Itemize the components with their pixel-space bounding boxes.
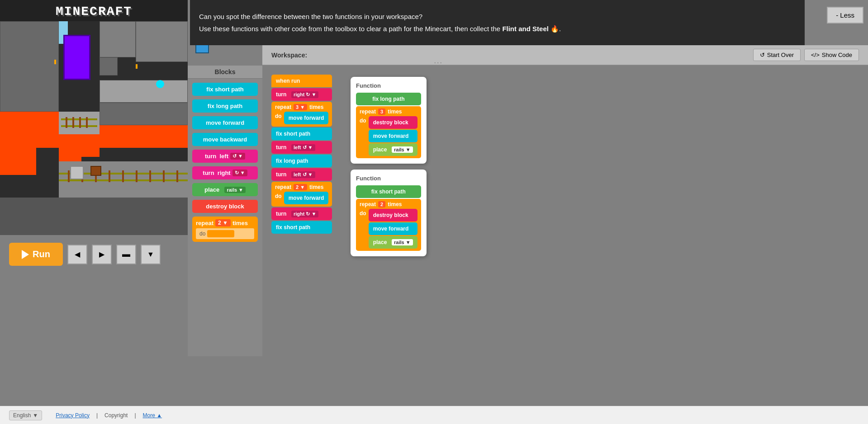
start-over-button[interactable]: ↺ Start Over — [753, 49, 801, 61]
controls-row: Run ◀ ▶ ▬ ▼ — [0, 237, 188, 271]
run-button[interactable]: Run — [9, 243, 63, 266]
game-canvas — [0, 21, 188, 211]
tool-turn-left[interactable]: turn left ↺ ▼ — [192, 150, 258, 163]
language-label: English — [13, 412, 31, 419]
function-long-place[interactable]: place rails ▼ — [369, 143, 417, 156]
tool-repeat-block[interactable]: repeat 2 ▼ times do — [192, 217, 258, 242]
code-area: when run turn right ↻ ▼ repeat 3 ▼ times… — [262, 70, 868, 332]
footer-copyright: Copyright — [104, 412, 128, 419]
turn-right-block-1[interactable]: turn right ↻ ▼ — [271, 88, 332, 101]
code-icon: </> — [811, 52, 820, 58]
run-label: Run — [33, 249, 50, 259]
function-short-label: Function — [356, 175, 421, 182]
workspace-dots: ··· — [434, 59, 443, 67]
toolbox: fix short path fix long path move forwar… — [188, 76, 262, 356]
tool-turn-right[interactable]: turn right ↻ ▼ — [192, 166, 258, 179]
play-icon — [22, 250, 29, 259]
workspace-header: Workspace: ↺ Start Over </> Show Code — [262, 45, 868, 65]
refresh-icon: ↺ — [760, 52, 765, 58]
function-short-path-box: Function fix short path repeat 2 times d… — [351, 170, 427, 256]
game-panel: MINECRAFT — [0, 0, 188, 235]
when-run-stack: when run turn right ↻ ▼ repeat 3 ▼ times… — [271, 75, 332, 234]
toolbox-header: Blocks — [188, 66, 262, 79]
less-button[interactable]: - Less — [827, 7, 863, 24]
when-run-block[interactable]: when run — [271, 75, 332, 87]
prev-button[interactable]: ◀ — [67, 245, 87, 264]
tool-move-backward[interactable]: move backward — [192, 133, 258, 146]
tool-move-forward[interactable]: move forward — [192, 116, 258, 129]
repeat-3-block[interactable]: repeat 3 ▼ times do move forward — [271, 102, 332, 127]
start-over-label: Start Over — [767, 52, 794, 58]
function-long-name[interactable]: fix long path — [356, 93, 421, 105]
fix-long-path-block-1[interactable]: fix long path — [271, 155, 332, 167]
show-code-label: Show Code — [822, 52, 852, 58]
more-link[interactable]: More ▲ — [143, 412, 162, 419]
next-button[interactable]: ▶ — [92, 245, 112, 264]
turn-left-block-2[interactable]: turn left ↺ ▼ — [271, 168, 332, 181]
footer-separator-2: | — [134, 412, 136, 419]
function-short-name[interactable]: fix short path — [356, 185, 421, 198]
function-long-path-box: Function fix long path repeat 3 times do… — [351, 77, 427, 164]
player-sprite — [70, 166, 84, 179]
instruction-bar: Can you spot the difference between the … — [190, 0, 805, 45]
footer: English ▼ Privacy Policy | Copyright | M… — [0, 406, 868, 424]
step-button[interactable]: ▬ — [116, 245, 136, 264]
when-run-label: when run — [276, 78, 300, 84]
language-selector[interactable]: English ▼ — [9, 410, 42, 420]
chevron-down-icon: ▼ — [33, 412, 38, 419]
minecraft-logo: MINECRAFT — [0, 0, 188, 21]
function-long-move[interactable]: move forward — [369, 130, 417, 142]
instruction-line1: Can you spot the difference between the … — [199, 12, 422, 21]
function-short-destroy[interactable]: destroy block — [369, 209, 417, 221]
function-short-repeat[interactable]: repeat 2 times do destroy block move for… — [356, 199, 421, 251]
turn-left-block-1[interactable]: turn left ↺ ▼ — [271, 141, 332, 154]
function-long-label: Function — [356, 82, 421, 89]
gem-sprite — [156, 80, 164, 88]
fix-short-path-block-2[interactable]: fix short path — [271, 221, 332, 234]
move-forward-block-1[interactable]: move forward — [284, 112, 329, 124]
function-long-repeat[interactable]: repeat 3 times do destroy block move for… — [356, 106, 421, 158]
tool-fix-short-path[interactable]: fix short path — [192, 83, 258, 96]
repeat-2-block[interactable]: repeat 2 ▼ times do move forward — [271, 182, 332, 207]
tool-destroy-block[interactable]: destroy block — [192, 200, 258, 213]
instruction-line2: Use these functions with other code from… — [199, 24, 561, 33]
footer-divider: | — [96, 412, 98, 419]
move-forward-block-2[interactable]: move forward — [284, 192, 329, 204]
down-button[interactable]: ▼ — [141, 245, 161, 264]
privacy-policy-link[interactable]: Privacy Policy — [56, 412, 90, 419]
function-short-move[interactable]: move forward — [369, 222, 417, 235]
workspace-label: Workspace: — [271, 52, 307, 59]
function-long-destroy[interactable]: destroy block — [369, 116, 417, 129]
show-code-button[interactable]: </> Show Code — [804, 49, 859, 61]
tool-fix-long-path[interactable]: fix long path — [192, 99, 258, 113]
tool-place-rails[interactable]: place rails ▼ — [192, 183, 258, 196]
turn-right-block-2[interactable]: turn right ↻ ▼ — [271, 207, 332, 220]
fix-short-path-block-1[interactable]: fix short path — [271, 127, 332, 140]
function-short-place[interactable]: place rails ▼ — [369, 236, 417, 249]
